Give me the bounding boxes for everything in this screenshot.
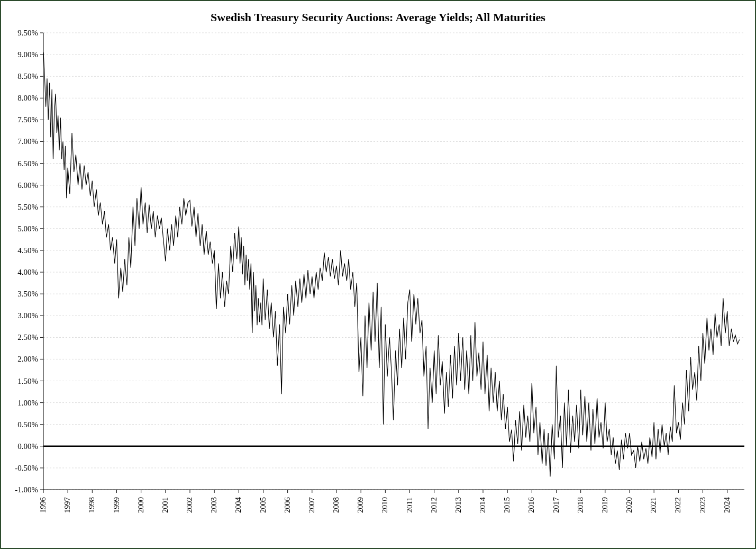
x-tick-label: 2020 <box>625 497 633 513</box>
x-tick-label: 2021 <box>649 497 658 513</box>
x-tick-label: 2005 <box>259 497 267 513</box>
y-tick-label: 5.00% <box>17 224 38 233</box>
x-tick-label: 1997 <box>63 497 71 514</box>
x-tick-label: 2004 <box>234 497 242 514</box>
x-tick-label: 2013 <box>454 497 462 513</box>
y-tick-label: 8.50% <box>17 72 38 80</box>
chart-frame: Swedish Treasury Security Auctions: Aver… <box>0 0 756 549</box>
y-tick-label: 3.50% <box>17 290 38 298</box>
x-tick-label: 2008 <box>332 497 340 513</box>
x-tick-label: 2014 <box>478 497 487 514</box>
y-tick-label: -1.00% <box>15 485 38 494</box>
y-tick-label: 9.00% <box>17 50 38 59</box>
y-tick-label: 3.00% <box>17 311 38 320</box>
x-tick-label: 2011 <box>405 497 414 512</box>
x-tick-label: 2024 <box>723 497 731 514</box>
y-tick-label: 2.50% <box>17 333 38 341</box>
y-tick-label: 4.00% <box>17 268 38 276</box>
x-tick-label: 1996 <box>39 497 47 514</box>
x-tick-label: 2012 <box>430 497 438 513</box>
y-tick-label: 1.50% <box>17 377 38 385</box>
x-tick-label: 2009 <box>356 497 365 513</box>
x-tick-label: 2002 <box>185 497 194 513</box>
x-tick-label: 2007 <box>307 497 316 514</box>
x-tick-label: 2016 <box>527 497 535 514</box>
x-tick-label: 2022 <box>673 497 682 513</box>
x-tick-label: 2015 <box>503 497 511 513</box>
plot-area: -1.00%-0.50%0.00%0.50%1.00%1.50%2.00%2.5… <box>43 33 744 490</box>
chart-svg: -1.00%-0.50%0.00%0.50%1.00%1.50%2.00%2.5… <box>43 33 744 490</box>
y-tick-label: -0.50% <box>15 464 38 472</box>
x-tick-label: 1999 <box>112 497 121 513</box>
y-tick-label: 0.50% <box>17 420 38 429</box>
series-line <box>43 52 740 476</box>
x-tick-label: 2019 <box>600 497 609 513</box>
y-tick-label: 2.00% <box>17 355 38 363</box>
x-tick-label: 2003 <box>210 497 218 513</box>
x-tick-label: 1998 <box>87 497 96 513</box>
chart-title: Swedish Treasury Security Auctions: Aver… <box>1 11 755 24</box>
y-tick-label: 4.50% <box>17 246 38 255</box>
x-tick-label: 2023 <box>698 497 707 513</box>
x-tick-label: 2017 <box>552 497 560 514</box>
y-tick-label: 7.50% <box>17 115 38 124</box>
y-tick-label: 1.00% <box>17 399 38 407</box>
y-tick-label: 6.00% <box>17 181 38 190</box>
y-tick-label: 5.50% <box>17 203 38 211</box>
x-tick-label: 2006 <box>283 497 292 514</box>
y-tick-label: 9.50% <box>17 29 38 37</box>
x-tick-label: 2018 <box>576 497 585 513</box>
y-tick-label: 6.50% <box>17 159 38 168</box>
y-tick-label: 8.00% <box>17 94 38 102</box>
y-tick-label: 0.00% <box>17 442 38 451</box>
x-tick-label: 2010 <box>380 497 389 513</box>
x-tick-label: 2001 <box>161 497 169 513</box>
x-tick-label: 2000 <box>136 497 145 513</box>
y-tick-label: 7.00% <box>17 137 38 146</box>
